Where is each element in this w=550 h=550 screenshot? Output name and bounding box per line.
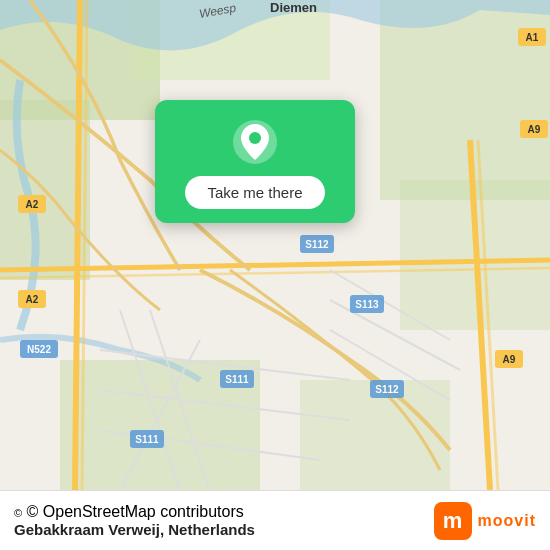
location-pin-icon <box>231 118 279 166</box>
svg-text:A9: A9 <box>528 124 541 135</box>
svg-text:S112: S112 <box>375 384 399 395</box>
attribution: © © OpenStreetMap contributors <box>14 503 255 521</box>
popup-card[interactable]: Take me there <box>155 100 355 223</box>
svg-text:S111: S111 <box>225 374 249 385</box>
svg-text:A2: A2 <box>26 294 39 305</box>
moovit-text: moovit <box>478 512 536 530</box>
map-container: A2 A2 A9 A9 A1 <box>0 0 550 490</box>
copyright-icon: © <box>14 507 22 519</box>
svg-text:A2: A2 <box>26 199 39 210</box>
svg-point-42 <box>249 132 261 144</box>
svg-text:A9: A9 <box>503 354 516 365</box>
svg-text:N522: N522 <box>27 344 51 355</box>
map-background: A2 A2 A9 A9 A1 <box>0 0 550 490</box>
svg-text:S113: S113 <box>355 299 379 310</box>
moovit-logo: m moovit <box>434 502 536 540</box>
bottom-bar: © © OpenStreetMap contributors Gebakkraa… <box>0 490 550 550</box>
svg-text:S111: S111 <box>135 434 159 445</box>
place-name: Gebakkraam Verweij, Netherlands <box>14 521 255 538</box>
take-me-there-button[interactable]: Take me there <box>185 176 324 209</box>
place-info: © © OpenStreetMap contributors Gebakkraa… <box>14 503 255 538</box>
moovit-m-icon: m <box>434 502 472 540</box>
attribution-text: © OpenStreetMap contributors <box>27 503 244 520</box>
svg-text:A1: A1 <box>526 32 539 43</box>
svg-text:S112: S112 <box>305 239 329 250</box>
svg-text:Diemen: Diemen <box>270 0 317 15</box>
